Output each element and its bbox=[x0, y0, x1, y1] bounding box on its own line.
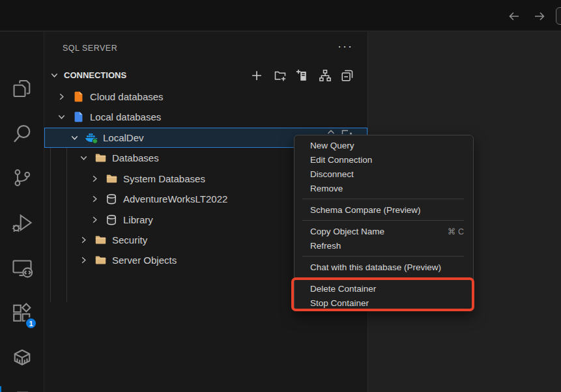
menu-item-delete-container[interactable]: Delete Container bbox=[295, 281, 473, 296]
extensions-icon[interactable]: 1 bbox=[0, 293, 44, 332]
menu-item-copy-object-name[interactable]: Copy Object Name ⌘ C bbox=[295, 224, 473, 238]
object-explorer-icon[interactable] bbox=[319, 69, 332, 82]
menu-separator bbox=[302, 277, 464, 278]
folder-icon bbox=[104, 172, 119, 186]
tree-item-local-databases[interactable]: Local databases bbox=[44, 107, 367, 127]
new-connection-group-icon[interactable] bbox=[274, 69, 287, 82]
file-blue-icon bbox=[71, 110, 85, 124]
menu-item-edit-connection[interactable]: Edit Connection bbox=[295, 152, 473, 167]
context-menu: New Query Edit Connection Disconnect Rem… bbox=[294, 135, 474, 311]
menu-item-refresh[interactable]: Refresh bbox=[295, 238, 473, 253]
menu-separator bbox=[302, 199, 464, 199]
tree-item-label: Cloud databases bbox=[90, 91, 164, 102]
menu-item-disconnect[interactable]: Disconnect bbox=[295, 167, 473, 181]
database-icon bbox=[104, 213, 119, 227]
tree-item-label: LocalDev bbox=[103, 132, 144, 143]
containers-icon[interactable] bbox=[0, 338, 44, 377]
chevron-down-icon[interactable] bbox=[69, 133, 79, 143]
activity-bar: 1 bbox=[0, 32, 44, 392]
panel-title: SQL SERVER bbox=[63, 44, 117, 53]
tree-item-label: Security bbox=[112, 234, 147, 245]
layout-control-icon[interactable] bbox=[556, 7, 561, 25]
menu-item-new-query[interactable]: New Query bbox=[295, 138, 473, 152]
chevron-down-icon[interactable] bbox=[56, 112, 66, 122]
folder-icon bbox=[93, 253, 108, 268]
tree-item-cloud-databases[interactable]: Cloud databases bbox=[44, 87, 367, 107]
menu-item-chat-with-database[interactable]: Chat with this database (Preview) bbox=[295, 260, 473, 274]
new-server-icon[interactable] bbox=[296, 69, 309, 82]
folder-icon bbox=[93, 151, 108, 165]
source-control-icon[interactable] bbox=[0, 158, 44, 197]
chevron-right-icon[interactable] bbox=[78, 255, 89, 266]
run-and-debug-icon[interactable] bbox=[0, 203, 44, 242]
section-label: CONNECTIONS bbox=[64, 70, 126, 80]
chevron-right-icon[interactable] bbox=[78, 235, 89, 245]
menu-item-remove[interactable]: Remove bbox=[295, 181, 473, 195]
menu-item-schema-compare[interactable]: Schema Compare (Preview) bbox=[295, 203, 473, 217]
navigate-back-icon[interactable] bbox=[507, 9, 521, 23]
docker-whale-icon bbox=[84, 131, 98, 145]
chevron-right-icon[interactable] bbox=[89, 215, 100, 225]
menu-separator bbox=[302, 256, 464, 257]
folder-icon bbox=[93, 233, 108, 247]
add-connection-icon[interactable] bbox=[250, 69, 263, 82]
connections-section-header[interactable]: CONNECTIONS bbox=[44, 66, 368, 85]
tree-item-label: AdventureWorksLT2022 bbox=[123, 193, 227, 204]
search-icon[interactable] bbox=[0, 114, 44, 153]
tree-item-label: Databases bbox=[112, 152, 159, 163]
sql-server-icon[interactable] bbox=[0, 382, 44, 392]
menu-item-stop-container[interactable]: Stop Container bbox=[295, 296, 473, 310]
active-indicator bbox=[0, 386, 1, 392]
chevron-right-icon[interactable] bbox=[89, 194, 100, 204]
navigate-forward-icon[interactable] bbox=[532, 9, 547, 23]
title-bar bbox=[0, 0, 561, 31]
extensions-badge: 1 bbox=[25, 317, 37, 329]
keyboard-shortcut: ⌘ C bbox=[448, 227, 464, 236]
chevron-down-icon[interactable] bbox=[50, 70, 59, 83]
remote-explorer-icon[interactable] bbox=[0, 248, 44, 287]
tree-item-label: Server Objects bbox=[112, 255, 177, 266]
collapse-all-icon[interactable] bbox=[341, 69, 354, 82]
explorer-icon[interactable] bbox=[0, 69, 44, 108]
chevron-right-icon[interactable] bbox=[89, 174, 100, 184]
tree-item-label: System Databases bbox=[123, 173, 205, 184]
chevron-down-icon[interactable] bbox=[78, 153, 89, 163]
row-action-icon-fragment bbox=[341, 129, 353, 135]
menu-separator bbox=[302, 220, 464, 221]
row-action-icon-fragment bbox=[326, 128, 336, 135]
database-icon bbox=[104, 192, 119, 206]
tree-item-label: Local databases bbox=[90, 111, 161, 122]
file-orange-icon bbox=[71, 90, 85, 104]
more-actions-icon[interactable]: ··· bbox=[338, 40, 353, 53]
chevron-right-icon[interactable] bbox=[56, 92, 66, 102]
tree-item-label: Library bbox=[123, 214, 153, 225]
